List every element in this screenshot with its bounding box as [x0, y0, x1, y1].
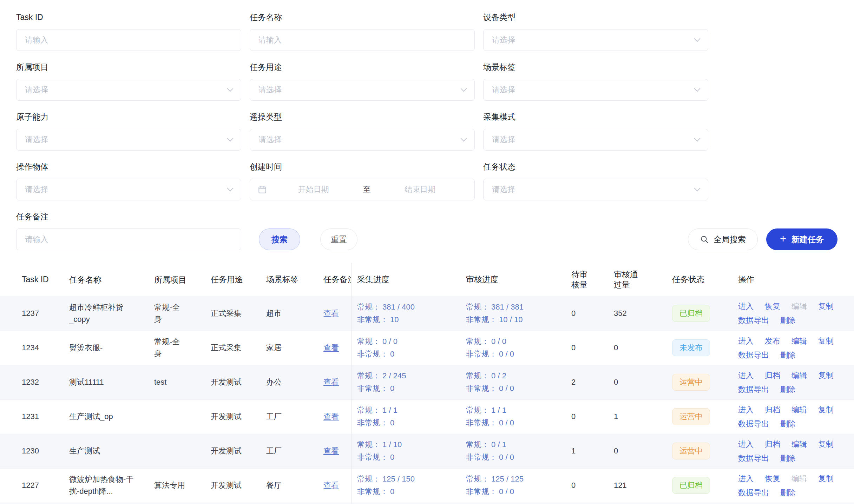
- cell-task-name: 生产测试: [69, 434, 154, 468]
- cell-approved-count: 0: [614, 331, 672, 365]
- fixed-column-divider: [351, 263, 352, 504]
- chevron-down-icon: [460, 135, 467, 141]
- action-link[interactable]: 数据导出: [738, 350, 769, 360]
- action-link[interactable]: 归档: [765, 370, 780, 381]
- view-remark-link[interactable]: 查看: [323, 309, 339, 318]
- table-row: 1234熨烫衣服-常规-全身正式采集家居查看常规： 0 / 0非常规： 0常规：…: [0, 331, 854, 365]
- task-name-input[interactable]: [250, 29, 475, 51]
- scene-tag-select[interactable]: 请选择: [483, 79, 708, 101]
- action-link[interactable]: 数据导出: [738, 453, 769, 464]
- cell-project: test: [154, 365, 211, 399]
- progress-line: 常规： 125 / 150: [357, 473, 466, 485]
- cell-actions: 进入归档编辑复制数据导出删除: [738, 399, 854, 434]
- cell-collect-progress: 常规： 2 / 245非常规： 0: [357, 365, 466, 399]
- action-link[interactable]: 编辑: [791, 404, 807, 415]
- filter-task-id: Task ID: [16, 13, 241, 51]
- collect-mode-select[interactable]: 请选择: [483, 129, 708, 151]
- collect-mode-label: 采集模式: [483, 112, 708, 122]
- cell-scene-tag: 办公: [266, 365, 323, 399]
- global-search-button[interactable]: 全局搜索: [688, 228, 758, 250]
- progress-line: 非常规： 10 / 10: [466, 313, 571, 326]
- status-badge: 运营中: [672, 408, 710, 425]
- action-link[interactable]: 删除: [780, 487, 796, 498]
- chevron-down-icon: [694, 35, 700, 42]
- table-row: 1231生产测试_op开发测试工厂查看常规： 1 / 1非常规： 0常规： 1 …: [0, 399, 854, 434]
- view-remark-link[interactable]: 查看: [323, 412, 339, 421]
- action-link[interactable]: 复制: [818, 404, 834, 415]
- filter-collect-mode: 采集模式 请选择: [483, 112, 708, 151]
- chevron-down-icon: [694, 135, 700, 141]
- task-remark-input[interactable]: [16, 228, 241, 250]
- teleop-type-select[interactable]: 请选择: [250, 129, 475, 151]
- new-task-button[interactable]: + 新建任务: [766, 228, 837, 250]
- cell-actions: 进入归档编辑复制数据导出删除: [738, 365, 854, 399]
- cell-task-id: 1227: [0, 468, 69, 503]
- reset-button[interactable]: 重置: [320, 228, 357, 250]
- cell-remark: 查看: [323, 296, 357, 331]
- progress-line: 非常规： 0: [357, 382, 466, 395]
- start-date-placeholder[interactable]: 开始日期: [267, 184, 360, 195]
- chevron-down-icon: [694, 85, 700, 92]
- action-link[interactable]: 编辑: [791, 439, 807, 450]
- action-link[interactable]: 进入: [738, 370, 754, 381]
- operate-object-select[interactable]: 请选择: [16, 179, 241, 200]
- view-remark-link[interactable]: 查看: [323, 446, 339, 455]
- device-type-select[interactable]: 请选择: [483, 29, 708, 51]
- cell-task-name: 生产测试_op: [69, 399, 154, 434]
- action-link[interactable]: 数据导出: [738, 487, 769, 498]
- action-link[interactable]: 进入: [738, 473, 754, 484]
- action-link[interactable]: 复制: [818, 473, 834, 484]
- action-link[interactable]: 归档: [765, 439, 780, 450]
- view-remark-link[interactable]: 查看: [323, 481, 339, 490]
- table-row: 1230生产测试开发测试工厂查看常规： 1 / 10非常规： 0常规： 0 / …: [0, 434, 854, 468]
- chevron-down-icon: [227, 135, 233, 141]
- action-link[interactable]: 删除: [780, 350, 796, 360]
- cell-pending-count: 0: [571, 399, 614, 434]
- filter-teleop-type: 遥操类型 请选择: [250, 112, 475, 151]
- action-link[interactable]: 复制: [818, 301, 834, 312]
- end-date-placeholder[interactable]: 结束日期: [374, 184, 467, 195]
- action-link[interactable]: 恢复: [765, 473, 780, 484]
- action-link: 编辑: [791, 301, 807, 312]
- action-link[interactable]: 复制: [818, 370, 834, 381]
- cell-purpose: 正式采集: [211, 331, 266, 365]
- action-link[interactable]: 进入: [738, 439, 754, 450]
- cell-collect-progress: 常规： 125 / 150非常规： 0: [357, 468, 466, 503]
- action-link[interactable]: 复制: [818, 336, 834, 346]
- action-link[interactable]: 进入: [738, 404, 754, 415]
- action-link[interactable]: 恢复: [765, 301, 780, 312]
- action-link[interactable]: 数据导出: [738, 384, 769, 395]
- action-link[interactable]: 进入: [738, 301, 754, 312]
- progress-line: 非常规： 0 / 0: [466, 417, 571, 429]
- action-link[interactable]: 删除: [780, 384, 796, 395]
- search-button[interactable]: 搜索: [259, 228, 300, 250]
- action-link[interactable]: 复制: [818, 439, 834, 450]
- cell-approved-count: 352: [614, 296, 672, 331]
- action-link[interactable]: 编辑: [791, 336, 807, 346]
- view-remark-link[interactable]: 查看: [323, 343, 339, 352]
- task-status-select[interactable]: 请选择: [483, 179, 708, 200]
- action-link[interactable]: 删除: [780, 418, 796, 429]
- action-link[interactable]: 归档: [765, 404, 780, 415]
- action-link[interactable]: 发布: [765, 336, 780, 346]
- purpose-select[interactable]: 请选择: [250, 79, 475, 101]
- action-link[interactable]: 删除: [780, 315, 796, 326]
- action-link[interactable]: 数据导出: [738, 418, 769, 429]
- action-link[interactable]: 删除: [780, 453, 796, 464]
- task-id-input[interactable]: [16, 29, 241, 51]
- cell-pending-count: 0: [571, 296, 614, 331]
- project-select[interactable]: 请选择: [16, 79, 241, 101]
- table-header-row: Task ID 任务名称 所属项目 任务用途 场景标签 任务备注 采集进度 审核…: [0, 263, 854, 296]
- action-link[interactable]: 进入: [738, 336, 754, 346]
- cell-actions: 进入发布编辑复制数据导出删除: [738, 331, 854, 365]
- cell-task-id: 1230: [0, 434, 69, 468]
- atomic-ability-select[interactable]: 请选择: [16, 129, 241, 151]
- progress-line: 常规： 381 / 381: [466, 301, 571, 313]
- date-range-separator: 至: [360, 184, 374, 195]
- cell-remark: 查看: [323, 434, 357, 468]
- action-link[interactable]: 编辑: [791, 370, 807, 381]
- action-link[interactable]: 数据导出: [738, 315, 769, 326]
- cell-status: 运营中: [672, 365, 738, 399]
- view-remark-link[interactable]: 查看: [323, 378, 339, 386]
- create-time-range-picker[interactable]: 开始日期 至 结束日期: [250, 179, 475, 200]
